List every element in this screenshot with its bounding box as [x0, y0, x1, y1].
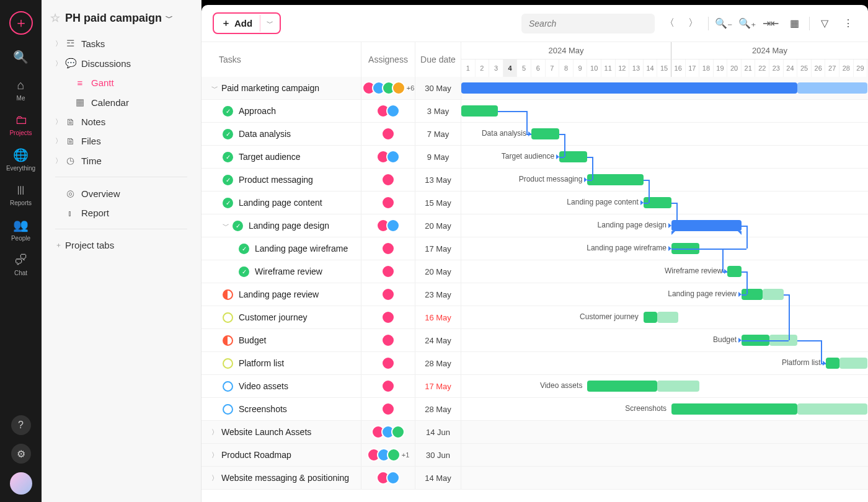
day-header[interactable]: 12: [616, 59, 630, 77]
gantt-bar-tail[interactable]: [797, 403, 867, 415]
more-button[interactable]: ⋮: [839, 15, 857, 32]
day-header[interactable]: 29: [854, 59, 868, 77]
gantt-cell[interactable]: Customer journey: [461, 306, 868, 328]
task-cell[interactable]: 〉 Website messaging & positioning: [202, 467, 361, 489]
gantt-bar[interactable]: [727, 266, 742, 277]
task-cell[interactable]: Customer journey: [202, 306, 361, 328]
rail-item-chat[interactable]: 🗪 Chat: [6, 253, 35, 276]
day-header[interactable]: 28: [839, 59, 854, 77]
due-cell[interactable]: 7 May: [415, 123, 461, 145]
assignee-avatars[interactable]: [376, 219, 400, 232]
nav-time[interactable]: 〉 ◷ Time: [42, 151, 201, 170]
nav-tasks[interactable]: 〉 ☲ Tasks: [42, 33, 201, 53]
status-icon[interactable]: [223, 381, 233, 392]
gantt-cell[interactable]: Landing page review: [461, 283, 868, 306]
day-header[interactable]: 25: [797, 59, 812, 77]
gantt-cell[interactable]: [461, 421, 868, 443]
expand-toggle[interactable]: 〉: [211, 428, 218, 437]
today-button[interactable]: ▦: [786, 15, 803, 32]
nav-next-button[interactable]: 〉: [684, 15, 702, 32]
gantt-bar[interactable]: [644, 312, 658, 323]
due-cell[interactable]: 23 May: [415, 283, 461, 306]
task-cell[interactable]: ✓ Wireframe review: [202, 260, 361, 283]
assignee-avatars[interactable]: [381, 173, 395, 187]
day-header[interactable]: 11: [601, 59, 616, 77]
zoom-out-button[interactable]: 🔍₋: [715, 15, 732, 32]
gantt-bar[interactable]: [742, 335, 769, 346]
day-header[interactable]: 10: [587, 59, 601, 77]
collapse-button[interactable]: ⇥⇤: [762, 15, 779, 32]
assignee-cell[interactable]: [361, 329, 415, 351]
gantt-cell[interactable]: Product messaging: [461, 169, 868, 191]
gantt-bar[interactable]: [461, 82, 797, 94]
gantt-cell[interactable]: [461, 77, 868, 99]
assignee-avatars[interactable]: [381, 127, 395, 141]
task-cell[interactable]: ✓ Product messaging: [202, 169, 361, 191]
gantt-bar[interactable]: [559, 151, 587, 162]
day-header[interactable]: 2: [476, 59, 490, 77]
gantt-cell[interactable]: Target audience: [461, 146, 868, 168]
rail-item-me[interactable]: ⌂ Me: [6, 78, 35, 102]
gantt-bar-tail[interactable]: [763, 289, 784, 300]
status-icon[interactable]: [223, 289, 233, 300]
gantt-cell[interactable]: Landing page wireframe: [461, 237, 868, 260]
expand-toggle[interactable]: 〉: [211, 473, 218, 483]
rail-search[interactable]: 🔍: [0, 50, 42, 67]
day-header[interactable]: 14: [644, 59, 658, 77]
assignee-cell[interactable]: [361, 237, 415, 260]
status-icon[interactable]: ✓: [239, 266, 249, 277]
day-header[interactable]: 19: [714, 59, 728, 77]
gantt-bar-tail[interactable]: [797, 82, 867, 94]
assignee-cell[interactable]: [361, 100, 415, 122]
assignee-cell[interactable]: [361, 169, 415, 191]
assignee-cell[interactable]: [361, 375, 415, 397]
col-assignees-header[interactable]: Assigness: [361, 42, 415, 77]
status-icon[interactable]: ✓: [223, 175, 233, 185]
task-cell[interactable]: Video assets: [202, 375, 361, 397]
due-cell[interactable]: 14 Jun: [415, 421, 461, 443]
nav-overview[interactable]: ◎ Overview: [42, 183, 201, 203]
gantt-bar[interactable]: [587, 174, 643, 185]
nav-discussions[interactable]: 〉 💬 Discussions: [42, 53, 201, 73]
gantt-bar-tail[interactable]: [769, 335, 797, 346]
assignee-cell[interactable]: +1: [361, 444, 415, 466]
assignee-cell[interactable]: [361, 146, 415, 168]
status-icon[interactable]: [223, 335, 233, 346]
gantt-bar-tail[interactable]: [657, 381, 699, 392]
status-icon[interactable]: ✓: [223, 129, 233, 139]
task-cell[interactable]: ✓ Data analysis: [202, 123, 361, 145]
project-selector[interactable]: ☆ PH paid campaign ﹀: [42, 7, 201, 33]
status-icon[interactable]: ✓: [239, 244, 249, 254]
day-header[interactable]: 22: [755, 59, 769, 77]
gantt-bar[interactable]: [461, 105, 498, 117]
gantt-cell[interactable]: Platform list: [461, 352, 868, 374]
assignee-avatars[interactable]: [376, 150, 400, 164]
gantt-cell[interactable]: Data analysis: [461, 123, 868, 145]
assignee-avatars[interactable]: [376, 104, 400, 118]
assignee-avatars[interactable]: [381, 196, 395, 209]
gantt-bar[interactable]: [531, 128, 559, 139]
gantt-cell[interactable]: Budget: [461, 329, 868, 351]
gantt-cell[interactable]: [461, 467, 868, 489]
assignee-avatars[interactable]: [381, 402, 395, 416]
col-tasks-header[interactable]: Tasks: [202, 42, 361, 77]
status-icon[interactable]: ✓: [223, 152, 233, 162]
assignee-avatars[interactable]: [381, 333, 395, 347]
day-header[interactable]: 20: [727, 59, 742, 77]
gantt-cell[interactable]: Wireframe review: [461, 260, 868, 283]
add-dropdown[interactable]: ﹀: [260, 15, 280, 32]
assignee-avatars[interactable]: +6: [362, 81, 415, 95]
add-global-button[interactable]: ＋: [9, 11, 33, 35]
assignee-avatars[interactable]: [376, 471, 400, 485]
task-cell[interactable]: 〉 Website Launch Assets: [202, 421, 361, 443]
gantt-bar[interactable]: [587, 381, 657, 392]
assignee-avatars[interactable]: [381, 265, 395, 278]
filter-button[interactable]: ▽: [816, 15, 833, 32]
assignee-avatars[interactable]: +1: [367, 448, 410, 462]
due-cell[interactable]: 17 May: [415, 375, 461, 397]
assignee-cell[interactable]: [361, 467, 415, 489]
day-header[interactable]: 16: [671, 59, 686, 77]
task-cell[interactable]: Platform list: [202, 352, 361, 374]
task-cell[interactable]: ✓ Landing page wireframe: [202, 237, 361, 260]
day-header[interactable]: 5: [517, 59, 531, 77]
